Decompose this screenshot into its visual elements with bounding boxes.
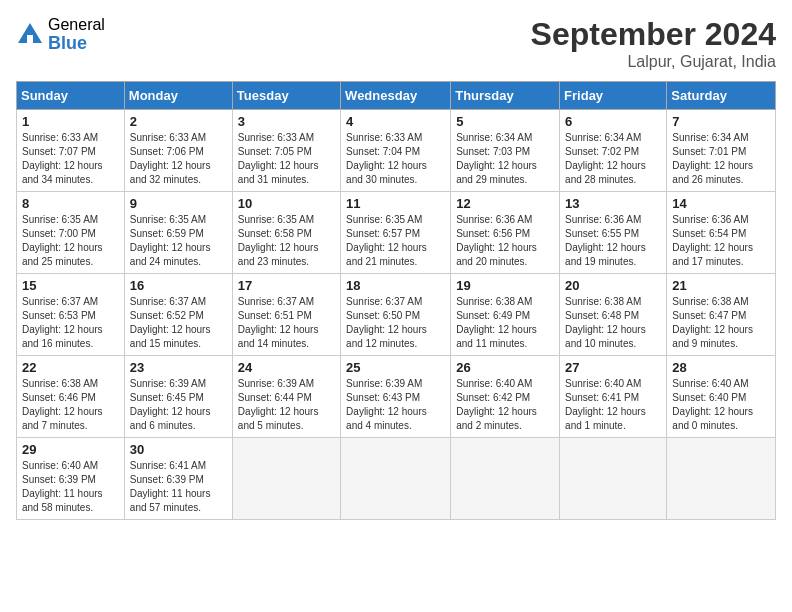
col-sunday: Sunday	[17, 82, 125, 110]
day-15: 15 Sunrise: 6:37 AMSunset: 6:53 PMDaylig…	[17, 274, 125, 356]
empty-cell-3	[451, 438, 560, 520]
empty-cell-2	[341, 438, 451, 520]
day-25: 25 Sunrise: 6:39 AMSunset: 6:43 PMDaylig…	[341, 356, 451, 438]
week-row-4: 22 Sunrise: 6:38 AMSunset: 6:46 PMDaylig…	[17, 356, 776, 438]
empty-cell-5	[667, 438, 776, 520]
logo-general: General	[48, 16, 105, 34]
calendar-header: Sunday Monday Tuesday Wednesday Thursday…	[17, 82, 776, 110]
day-8: 8 Sunrise: 6:35 AMSunset: 7:00 PMDayligh…	[17, 192, 125, 274]
day-26: 26 Sunrise: 6:40 AMSunset: 6:42 PMDaylig…	[451, 356, 560, 438]
day-23: 23 Sunrise: 6:39 AMSunset: 6:45 PMDaylig…	[124, 356, 232, 438]
day-4: 4 Sunrise: 6:33 AMSunset: 7:04 PMDayligh…	[341, 110, 451, 192]
day-22: 22 Sunrise: 6:38 AMSunset: 6:46 PMDaylig…	[17, 356, 125, 438]
col-saturday: Saturday	[667, 82, 776, 110]
logo-blue: Blue	[48, 34, 105, 54]
day-21: 21 Sunrise: 6:38 AMSunset: 6:47 PMDaylig…	[667, 274, 776, 356]
day-19: 19 Sunrise: 6:38 AMSunset: 6:49 PMDaylig…	[451, 274, 560, 356]
col-monday: Monday	[124, 82, 232, 110]
day-12: 12 Sunrise: 6:36 AMSunset: 6:56 PMDaylig…	[451, 192, 560, 274]
col-tuesday: Tuesday	[232, 82, 340, 110]
page-header: General Blue September 2024 Lalpur, Guja…	[16, 16, 776, 71]
day-2: 2 Sunrise: 6:33 AMSunset: 7:06 PMDayligh…	[124, 110, 232, 192]
day-20: 20 Sunrise: 6:38 AMSunset: 6:48 PMDaylig…	[560, 274, 667, 356]
day-30: 30 Sunrise: 6:41 AMSunset: 6:39 PMDaylig…	[124, 438, 232, 520]
day-3: 3 Sunrise: 6:33 AMSunset: 7:05 PMDayligh…	[232, 110, 340, 192]
day-1: 1 Sunrise: 6:33 AMSunset: 7:07 PMDayligh…	[17, 110, 125, 192]
svg-rect-1	[27, 35, 33, 43]
day-24: 24 Sunrise: 6:39 AMSunset: 6:44 PMDaylig…	[232, 356, 340, 438]
day-6: 6 Sunrise: 6:34 AMSunset: 7:02 PMDayligh…	[560, 110, 667, 192]
week-row-5: 29 Sunrise: 6:40 AMSunset: 6:39 PMDaylig…	[17, 438, 776, 520]
empty-cell-1	[232, 438, 340, 520]
week-row-2: 8 Sunrise: 6:35 AMSunset: 7:00 PMDayligh…	[17, 192, 776, 274]
calendar-body: 1 Sunrise: 6:33 AMSunset: 7:07 PMDayligh…	[17, 110, 776, 520]
col-friday: Friday	[560, 82, 667, 110]
col-wednesday: Wednesday	[341, 82, 451, 110]
week-row-1: 1 Sunrise: 6:33 AMSunset: 7:07 PMDayligh…	[17, 110, 776, 192]
day-5: 5 Sunrise: 6:34 AMSunset: 7:03 PMDayligh…	[451, 110, 560, 192]
day-9: 9 Sunrise: 6:35 AMSunset: 6:59 PMDayligh…	[124, 192, 232, 274]
calendar-table: Sunday Monday Tuesday Wednesday Thursday…	[16, 81, 776, 520]
day-27: 27 Sunrise: 6:40 AMSunset: 6:41 PMDaylig…	[560, 356, 667, 438]
logo-text: General Blue	[48, 16, 105, 53]
week-row-3: 15 Sunrise: 6:37 AMSunset: 6:53 PMDaylig…	[17, 274, 776, 356]
col-thursday: Thursday	[451, 82, 560, 110]
month-title: September 2024	[531, 16, 776, 53]
location-subtitle: Lalpur, Gujarat, India	[531, 53, 776, 71]
day-16: 16 Sunrise: 6:37 AMSunset: 6:52 PMDaylig…	[124, 274, 232, 356]
logo: General Blue	[16, 16, 105, 53]
day-11: 11 Sunrise: 6:35 AMSunset: 6:57 PMDaylig…	[341, 192, 451, 274]
logo-icon	[16, 21, 44, 49]
day-10: 10 Sunrise: 6:35 AMSunset: 6:58 PMDaylig…	[232, 192, 340, 274]
empty-cell-4	[560, 438, 667, 520]
day-28: 28 Sunrise: 6:40 AMSunset: 6:40 PMDaylig…	[667, 356, 776, 438]
day-7: 7 Sunrise: 6:34 AMSunset: 7:01 PMDayligh…	[667, 110, 776, 192]
day-14: 14 Sunrise: 6:36 AMSunset: 6:54 PMDaylig…	[667, 192, 776, 274]
day-17: 17 Sunrise: 6:37 AMSunset: 6:51 PMDaylig…	[232, 274, 340, 356]
day-29: 29 Sunrise: 6:40 AMSunset: 6:39 PMDaylig…	[17, 438, 125, 520]
day-13: 13 Sunrise: 6:36 AMSunset: 6:55 PMDaylig…	[560, 192, 667, 274]
title-block: September 2024 Lalpur, Gujarat, India	[531, 16, 776, 71]
day-18: 18 Sunrise: 6:37 AMSunset: 6:50 PMDaylig…	[341, 274, 451, 356]
